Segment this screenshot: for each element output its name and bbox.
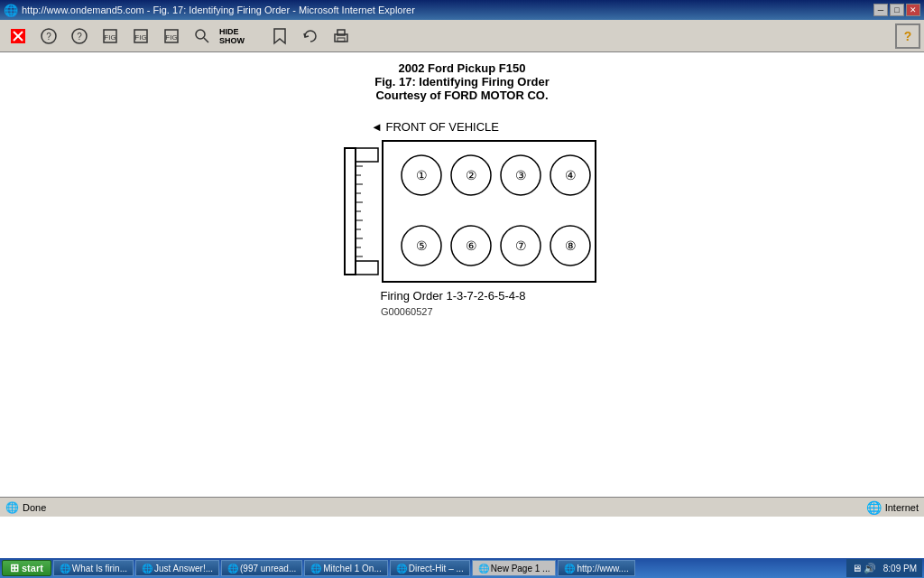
bookmark-button[interactable]	[265, 23, 294, 50]
print-button[interactable]	[327, 23, 356, 50]
ie-task-icon-0: 🌐	[60, 564, 70, 573]
title-text: http://www.ondemand5.com - Fig. 17: Iden…	[22, 5, 415, 15]
front-label: ◄ FRONT OF VEHICLE	[371, 120, 499, 134]
fig-button-3[interactable]: FIG	[157, 23, 186, 50]
nav-button-2[interactable]: ?	[65, 23, 94, 50]
nav-button-1[interactable]: ?	[34, 23, 63, 50]
task-label-2: (997 unread...	[240, 564, 296, 573]
zone-text: Internet	[885, 502, 919, 513]
svg-marker-15	[274, 29, 285, 43]
system-tray: 🖥 🔊 8:09 PM	[846, 559, 922, 577]
heading-line1: 2002 Ford Pickup F150	[374, 61, 550, 75]
title-bar-controls: ─ □ ✕	[873, 4, 920, 16]
svg-rect-19	[345, 148, 356, 275]
svg-rect-20	[356, 148, 378, 162]
task-label-5: New Page 1 ...	[491, 564, 550, 573]
svg-text:FIG: FIG	[104, 33, 116, 42]
taskbar-item-1[interactable]: 🌐 Just Answer!...	[135, 560, 219, 576]
task-label-3: Mitchel 1 On...	[323, 564, 381, 573]
search-button[interactable]	[188, 23, 217, 50]
taskbar-item-0[interactable]: 🌐 What Is firin...	[53, 560, 134, 576]
svg-rect-32	[356, 261, 378, 275]
svg-point-13	[196, 30, 205, 39]
toolbar: ? ? FIG FIG FIG HIDE SHOW ?	[0, 20, 924, 52]
title-bar: 🌐 http://www.ondemand5.com - Fig. 17: Id…	[0, 0, 924, 20]
stop-button[interactable]	[4, 23, 32, 50]
status-right: 🌐 Internet	[866, 500, 919, 515]
svg-text:⑥: ⑥	[466, 238, 477, 253]
task-label-1: Just Answer!...	[154, 564, 213, 573]
taskbar-item-6[interactable]: 🌐 http://www....	[558, 560, 634, 576]
fig-button-2[interactable]: FIG	[126, 23, 155, 50]
taskbar: ⊞ start 🌐 What Is firin... 🌐 Just Answer…	[0, 558, 924, 578]
firing-order-caption: Firing Order 1-3-7-2-6-5-4-8	[380, 289, 525, 303]
svg-text:③: ③	[515, 168, 527, 182]
start-label: start	[22, 563, 43, 573]
ie-task-icon-5: 🌐	[478, 564, 489, 573]
heading-line3: Courtesy of FORD MOTOR CO.	[374, 89, 550, 102]
ie-task-icon-2: 🌐	[227, 564, 238, 573]
status-bar: 🌐 Done 🌐 Internet	[0, 497, 924, 517]
svg-text:④: ④	[565, 168, 577, 182]
taskbar-item-4[interactable]: 🌐 Direct-Hit – ...	[390, 560, 470, 576]
heading-line2: Fig. 17: Identifying Firing Order	[374, 75, 550, 89]
taskbar-item-5[interactable]: 🌐 New Page 1 ...	[472, 560, 557, 576]
sys-icons: 🖥 🔊	[852, 563, 876, 574]
status-text: Done	[23, 502, 46, 513]
minimize-button[interactable]: ─	[873, 4, 888, 16]
svg-line-14	[204, 38, 208, 42]
ie-task-icon-6: 🌐	[564, 564, 575, 573]
internet-globe-icon: 🌐	[866, 500, 882, 515]
hide-show-button[interactable]: HIDE SHOW	[218, 23, 263, 50]
svg-text:②: ②	[466, 168, 477, 182]
restore-button[interactable]: □	[890, 4, 904, 16]
svg-text:①: ①	[416, 168, 428, 182]
distributor-svg	[327, 139, 381, 284]
taskbar-item-2[interactable]: 🌐 (997 unread...	[221, 560, 302, 576]
close-button[interactable]: ✕	[906, 4, 920, 16]
title-bar-left: 🌐 http://www.ondemand5.com - Fig. 17: Id…	[4, 4, 415, 17]
clock: 8:09 PM	[883, 564, 917, 573]
svg-text:?: ?	[46, 32, 51, 42]
diagram-id: G00060527	[381, 306, 433, 317]
volume-icon: 🔊	[864, 563, 876, 574]
task-label-6: http://www....	[577, 564, 628, 573]
windows-logo-icon: ⊞	[10, 562, 19, 574]
content-area: 2002 Ford Pickup F150 Fig. 17: Identifyi…	[0, 52, 924, 497]
network-icon: 🖥	[852, 563, 862, 573]
cylinder-block-svg: ① ② ③ ④ ⑤ ⑥ ⑦ ⑧	[381, 139, 597, 284]
status-left: 🌐 Done	[5, 501, 46, 514]
status-icon: 🌐	[5, 501, 19, 514]
svg-text:⑦: ⑦	[515, 238, 527, 253]
diagram-container: ◄ FRONT OF VEHICLE	[327, 120, 597, 317]
svg-text:?: ?	[77, 32, 82, 42]
svg-text:FIG: FIG	[134, 33, 146, 42]
page-heading: 2002 Ford Pickup F150 Fig. 17: Identifyi…	[374, 61, 550, 102]
ie-task-icon-1: 🌐	[142, 564, 152, 573]
engine-diagram: ① ② ③ ④ ⑤ ⑥ ⑦ ⑧	[327, 139, 597, 284]
task-label-0: What Is firin...	[72, 564, 127, 573]
help-button[interactable]: ?	[895, 23, 920, 49]
svg-text:FIG: FIG	[165, 33, 177, 42]
task-label-4: Direct-Hit – ...	[409, 564, 464, 573]
svg-text:⑧: ⑧	[565, 238, 577, 253]
start-button[interactable]: ⊞ start	[2, 560, 51, 576]
fig-button-1[interactable]: FIG	[96, 23, 125, 50]
ie-task-icon-4: 🌐	[396, 564, 407, 573]
ie-task-icon-3: 🌐	[310, 564, 321, 573]
svg-text:⑤: ⑤	[416, 238, 428, 253]
ie-icon: 🌐	[4, 4, 18, 17]
refresh-button[interactable]	[296, 23, 325, 50]
taskbar-item-3[interactable]: 🌐 Mitchel 1 On...	[304, 560, 387, 576]
